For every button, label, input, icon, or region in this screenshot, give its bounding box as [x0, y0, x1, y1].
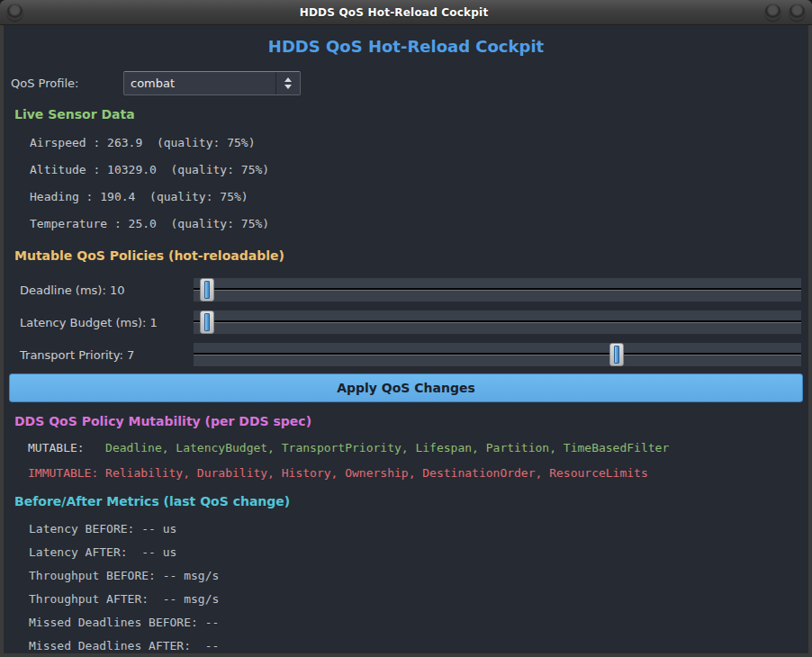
mutable-items: Deadline, LatencyBudget, TransportPriori…	[105, 441, 669, 454]
slider-track	[194, 288, 801, 291]
window-title: HDDS QoS Hot-Reload Cockpit	[23, 6, 764, 19]
metric-missed-before: Missed Deadlines BEFORE: --	[4, 610, 808, 634]
immutable-items: Reliability, Durability, History, Owners…	[105, 466, 648, 480]
spinner-down-icon	[284, 85, 292, 89]
sensor-row-temperature: Temperature : 25.0 (quality: 75%)	[4, 210, 808, 237]
mutable-policies-line: MUTABLE: Deadline, LatencyBudget, Transp…	[4, 442, 808, 454]
qos-profile-value: combat	[124, 76, 275, 90]
sensor-list: Airspeed : 263.9 (quality: 75%) Altitude…	[4, 129, 808, 237]
metric-missed-after: Missed Deadlines AFTER: --	[4, 634, 808, 653]
mutable-label: MUTABLE:	[28, 441, 105, 454]
slider-grip	[204, 313, 210, 331]
close-button[interactable]	[789, 4, 806, 21]
metric-throughput-before: Throughput BEFORE: -- msg/s	[4, 563, 808, 587]
combobox-spinner[interactable]	[275, 72, 300, 94]
apply-qos-button[interactable]: Apply QoS Changes	[9, 374, 803, 402]
spinner-up-icon	[284, 77, 292, 82]
deadline-slider-handle[interactable]	[200, 278, 214, 302]
sensor-row-heading: Heading : 190.4 (quality: 75%)	[4, 183, 808, 210]
qos-profile-combobox[interactable]: combat	[123, 71, 301, 95]
slider-grip	[614, 346, 619, 364]
metrics-list: Latency BEFORE: -- us Latency AFTER: -- …	[4, 517, 808, 653]
window-menu-button[interactable]	[6, 4, 23, 21]
main-content: HDDS QoS Hot-Reload Cockpit QoS Profile:…	[4, 25, 808, 653]
latency-budget-slider-label: Latency Budget (ms): 1	[20, 316, 194, 329]
immutable-label: IMMUTABLE:	[28, 466, 105, 480]
latency-budget-slider[interactable]	[194, 310, 801, 334]
qos-profile-row: QoS Profile: combat	[4, 70, 808, 95]
metric-throughput-after: Throughput AFTER: -- msg/s	[4, 587, 808, 610]
deadline-slider[interactable]	[194, 278, 801, 302]
qos-profile-label: QoS Profile:	[11, 76, 123, 90]
metrics-heading: Before/After Metrics (last QoS change)	[4, 494, 808, 508]
metric-latency-before: Latency BEFORE: -- us	[4, 517, 808, 540]
immutable-policies-line: IMMUTABLE: Reliability, Durability, Hist…	[4, 467, 808, 480]
app-window: HDDS QoS Hot-Reload Cockpit HDDS QoS Hot…	[0, 0, 812, 657]
sensors-heading: Live Sensor Data	[4, 107, 808, 122]
transport-priority-slider-handle[interactable]	[609, 343, 624, 366]
deadline-slider-label: Deadline (ms): 10	[20, 284, 194, 297]
policy-sliders: Deadline (ms): 10 Latency Budget (ms): 1…	[4, 274, 808, 371]
latency-budget-slider-row: Latency Budget (ms): 1	[4, 306, 808, 338]
slider-track	[194, 320, 801, 323]
window-controls	[764, 4, 806, 21]
transport-priority-slider-label: Transport Priority: 7	[20, 348, 194, 362]
slider-grip	[204, 281, 210, 299]
transport-priority-slider[interactable]	[194, 343, 801, 366]
latency-budget-slider-handle[interactable]	[200, 310, 214, 334]
mutability-heading: DDS QoS Policy Mutability (per DDS spec)	[4, 414, 808, 428]
titlebar[interactable]: HDDS QoS Hot-Reload Cockpit	[0, 0, 812, 25]
sensor-row-altitude: Altitude : 10329.0 (quality: 75%)	[4, 156, 808, 183]
maximize-button[interactable]	[764, 4, 781, 21]
metric-latency-after: Latency AFTER: -- us	[4, 540, 808, 563]
transport-priority-slider-row: Transport Priority: 7	[4, 338, 808, 371]
deadline-slider-row: Deadline (ms): 10	[4, 274, 808, 306]
page-title: HDDS QoS Hot-Reload Cockpit	[4, 37, 808, 57]
policies-heading: Mutable QoS Policies (hot-reloadable)	[4, 248, 808, 263]
slider-track	[194, 353, 801, 356]
sensor-row-airspeed: Airspeed : 263.9 (quality: 75%)	[4, 129, 808, 156]
